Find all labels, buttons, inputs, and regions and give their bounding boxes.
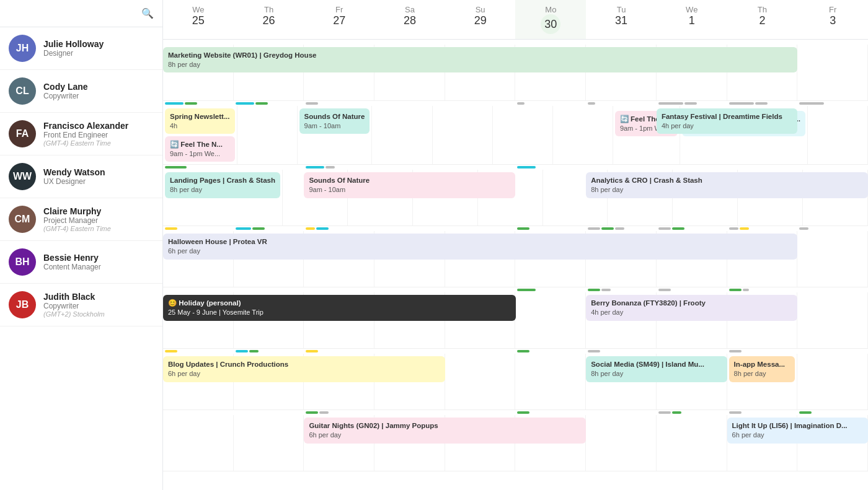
- cell-cody-2: Sounds Of Nature9am - 10am: [298, 106, 373, 164]
- search-bar[interactable]: 🔍: [0, 0, 162, 27]
- spanning-event-julie[interactable]: Marketing Website (WR01) | Greydog House…: [163, 47, 797, 72]
- header-day-4: Su 29: [445, 0, 516, 39]
- header-day-8: Th 2: [727, 0, 798, 39]
- person-role-julie: Designer: [43, 49, 104, 58]
- avatar-cody: CL: [9, 77, 36, 105]
- search-input[interactable]: [9, 9, 136, 19]
- cell-judith-6: [586, 415, 657, 471]
- accent-strip-claire: [163, 287, 868, 292]
- header-day-6: Tu 31: [586, 0, 657, 39]
- cell-judith-1: [234, 415, 304, 471]
- cell-bessie-8: In-app Messa...8h per day: [727, 354, 798, 409]
- event-cody-1[interactable]: Sounds Of Nature9am - 10am: [299, 108, 370, 134]
- header-day-2: Fr 27: [304, 0, 374, 39]
- person-info-judith: Judith Black Copywriter (GMT+2) Stockhol…: [43, 292, 105, 318]
- header-day-1: Th 26: [234, 0, 304, 39]
- events-grid-bessie: In-app Messa...8h per dayBlog Updates | …: [163, 354, 868, 409]
- events-grid-francisco: Landing Pages | Crash & Stash8h per dayS…: [163, 170, 868, 225]
- avatar-julie: JH: [9, 35, 36, 62]
- person-item-francisco[interactable]: FA Francisco Alexander Front End Enginee…: [0, 113, 162, 155]
- events-grid-claire: 😊 Holiday (personal)25 May - 9 June | Yo…: [163, 292, 868, 348]
- event-francisco-1[interactable]: Sounds Of Nature9am - 10am: [304, 172, 515, 198]
- cell-judith-7: [657, 415, 727, 471]
- avatar-francisco: FA: [9, 120, 36, 147]
- accent-strip-julie: [163, 40, 868, 45]
- person-name-julie: Julie Holloway: [43, 39, 104, 49]
- event-claire-0[interactable]: 😊 Holiday (personal)25 May - 9 June | Yo…: [163, 295, 516, 320]
- event-bessie-1[interactable]: Social Media (SM49) | Island Mu...8h per…: [586, 356, 727, 382]
- event-judith-1[interactable]: Light It Up (LI56) | Imagination D...6h …: [727, 418, 868, 443]
- spanning-event-wendy[interactable]: Halloween House | Protea VR6h per day: [163, 234, 797, 259]
- calendar-body: Marketing Website (WR01) | Greydog House…: [163, 40, 868, 490]
- event-judith-0[interactable]: Guitar Nights (GN02) | Jammy Popups6h pe…: [304, 418, 586, 443]
- cell-cody-4: [433, 106, 493, 164]
- person-info-francisco: Francisco Alexander Front End Engineer (…: [43, 121, 128, 147]
- event-bessie-0[interactable]: Blog Updates | Crunch Productions6h per …: [163, 356, 445, 382]
- event-francisco-2[interactable]: Analytics & CRO | Crash & Stash8h per da…: [586, 172, 868, 198]
- row-cody: Spring Newslett...4h🔄 Feel The N...9am -…: [163, 101, 868, 165]
- header-day-7: We 1: [657, 0, 727, 39]
- person-name-cody: Cody Lane: [43, 82, 88, 92]
- sidebar: 🔍 JH Julie Holloway Designer CL Cody Lan…: [0, 0, 163, 490]
- person-name-francisco: Francisco Alexander: [43, 121, 128, 131]
- accent-strip-bessie: [163, 349, 868, 354]
- event-claire-1[interactable]: Berry Bonanza (FTY3820) | Frooty4h per d…: [586, 295, 797, 320]
- person-role-judith: Copywriter: [43, 302, 105, 310]
- row-julie: Marketing Website (WR01) | Greydog House…: [163, 40, 868, 101]
- calendar-header: We 25 Th 26 Fr 27 Sa 28 Su 29 Mo 30 Tu 3…: [163, 0, 868, 40]
- person-info-bessie: Bessie Henry Content Manager: [43, 253, 101, 271]
- person-role-bessie: Content Manager: [43, 263, 101, 271]
- cell-bessie-4: [445, 354, 516, 409]
- person-item-cody[interactable]: CL Cody Lane Copywriter: [0, 70, 162, 113]
- person-info-cody: Cody Lane Copywriter: [43, 82, 88, 100]
- row-claire: 😊 Holiday (personal)25 May - 9 June | Yo…: [163, 287, 868, 349]
- events-grid-wendy: Halloween House | Protea VR6h per day: [163, 231, 868, 287]
- cell-cody-6: [553, 106, 613, 164]
- header-day-9: Fr 3: [797, 0, 868, 39]
- event-cody-2[interactable]: Fantasy Festival | Dreamtime Fields4h pe…: [657, 108, 797, 134]
- events-grid-judith: Guitar Nights (GN02) | Jammy Popups6h pe…: [163, 415, 868, 471]
- event-bessie-2[interactable]: In-app Messa...8h per day: [729, 356, 795, 382]
- person-tz-judith: (GMT+2) Stockholm: [43, 310, 105, 318]
- cell-francisco-0: Landing Pages | Crash & Stash8h per day: [163, 170, 283, 225]
- cell-cody-1: [237, 106, 298, 164]
- accent-strip-wendy: [163, 226, 868, 231]
- person-name-bessie: Bessie Henry: [43, 253, 101, 263]
- avatar-claire: CM: [9, 206, 36, 233]
- cell-cody-0: Spring Newslett...4h🔄 Feel The N...9am -…: [163, 106, 237, 164]
- avatar-bessie: BH: [9, 248, 36, 276]
- search-icon: 🔍: [141, 7, 154, 19]
- person-info-julie: Julie Holloway Designer: [43, 39, 104, 58]
- person-item-bessie[interactable]: BH Bessie Henry Content Manager: [0, 241, 162, 284]
- sub-event-cody-0[interactable]: 🔄 Feel The N...9am - 1pm We...: [165, 136, 235, 162]
- person-item-julie[interactable]: JH Julie Holloway Designer: [0, 27, 162, 70]
- calendar-area: We 25 Th 26 Fr 27 Sa 28 Su 29 Mo 30 Tu 3…: [163, 0, 868, 490]
- header-day-0: We 25: [163, 0, 234, 39]
- accent-strip-francisco: [163, 165, 868, 170]
- person-item-claire[interactable]: CM Claire Murphy Project Manager (GMT-4)…: [0, 198, 162, 241]
- row-francisco: Landing Pages | Crash & Stash8h per dayS…: [163, 165, 868, 226]
- cell-claire-9: [797, 292, 868, 348]
- person-name-claire: Claire Murphy: [43, 206, 111, 216]
- person-list: JH Julie Holloway Designer CL Cody Lane …: [0, 27, 162, 490]
- event-cody-0[interactable]: Spring Newslett...4h: [165, 108, 235, 134]
- avatar-wendy: WW: [9, 163, 36, 190]
- person-item-wendy[interactable]: WW Wendy Watson UX Designer: [0, 155, 162, 198]
- person-role-cody: Copywriter: [43, 92, 88, 100]
- person-role-claire: Project Manager: [43, 216, 111, 225]
- row-wendy: Halloween House | Protea VR6h per day: [163, 226, 868, 287]
- cell-cody-9: [808, 106, 868, 164]
- avatar-judith: JB: [9, 291, 36, 318]
- cell-cody-3: [372, 106, 432, 164]
- header-day-5: Mo 30: [515, 0, 586, 39]
- person-role-francisco: Front End Engineer: [43, 131, 128, 139]
- row-judith: Guitar Nights (GN02) | Jammy Popups6h pe…: [163, 410, 868, 471]
- cell-wendy-9: [797, 231, 868, 287]
- events-grid-cody: Spring Newslett...4h🔄 Feel The N...9am -…: [163, 106, 868, 164]
- accent-strip-judith: [163, 410, 868, 415]
- person-item-judith[interactable]: JB Judith Black Copywriter (GMT+2) Stock…: [0, 284, 162, 326]
- accent-strip-cody: [163, 101, 868, 106]
- person-name-judith: Judith Black: [43, 292, 105, 302]
- event-francisco-0[interactable]: Landing Pages | Crash & Stash8h per day: [165, 172, 280, 198]
- header-day-3: Sa 28: [374, 0, 445, 39]
